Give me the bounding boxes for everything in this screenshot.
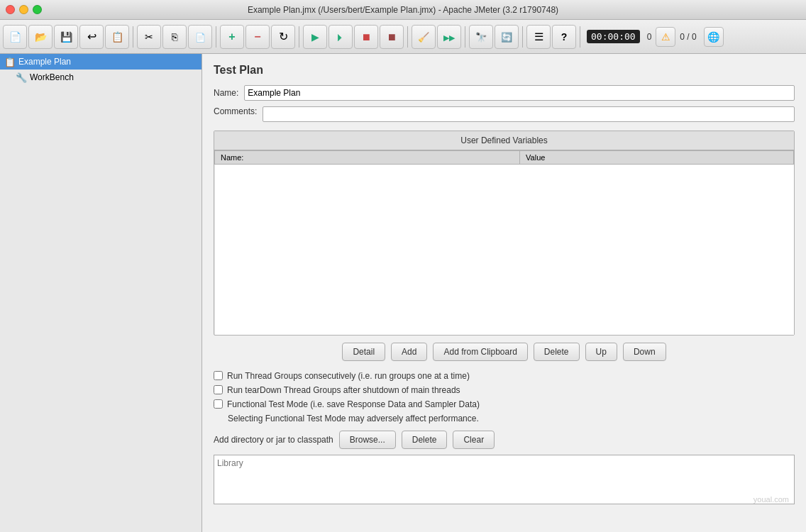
clear-button[interactable] [412, 25, 436, 49]
cut-button[interactable] [137, 25, 161, 49]
play-no-pause-button[interactable] [329, 25, 353, 49]
delete-classpath-button[interactable]: Delete [402, 431, 448, 449]
timer-display: 00:00:00 [587, 30, 640, 43]
help-button[interactable] [552, 25, 576, 49]
cut-icon [145, 31, 153, 43]
minimize-button[interactable] [19, 5, 28, 14]
collapse-button[interactable] [245, 25, 270, 49]
comments-label: Comments: [214, 106, 257, 116]
sep5 [465, 26, 465, 48]
templates-button[interactable] [105, 25, 129, 49]
error-counter: 0 [647, 32, 652, 42]
expand-icon [228, 31, 235, 43]
new-button[interactable] [3, 25, 27, 49]
copy-icon [172, 31, 177, 43]
sidebar-item-workbench[interactable]: 🔧 WorkBench [0, 70, 202, 85]
sep6 [522, 26, 523, 48]
open-icon [35, 31, 47, 43]
clear-classpath-button[interactable]: Clear [453, 431, 495, 449]
open-button[interactable] [28, 25, 53, 49]
tree-tools [220, 25, 295, 49]
search-tools [469, 25, 519, 49]
comments-input[interactable] [263, 106, 795, 122]
functional-test-label: Functional Test Mode (i.e. save Response… [227, 399, 480, 409]
sidebar-item-label: Example Plan [18, 57, 197, 67]
maximize-button[interactable] [33, 5, 42, 14]
stop-button[interactable] [354, 25, 378, 49]
warning-icon [661, 31, 670, 43]
run-thread-groups-checkbox[interactable] [214, 371, 223, 380]
name-input[interactable] [244, 85, 795, 101]
run-from-thread-icon [443, 31, 455, 43]
window-title: Example Plan.jmx (/Users/bert/Example Pl… [248, 5, 558, 15]
main-layout: 📋 Example Plan 🔧 WorkBench Test Plan Nam… [0, 54, 806, 532]
remote-button[interactable] [704, 27, 724, 47]
workbench-icon: 🔧 [16, 72, 27, 83]
play-button[interactable] [303, 25, 327, 49]
reset-button[interactable] [495, 25, 519, 49]
sep4 [407, 26, 408, 48]
ratio-counter: 0 / 0 [680, 32, 696, 42]
title-bar: Example Plan.jmx (/Users/bert/Example Pl… [0, 0, 806, 20]
down-button[interactable]: Down [623, 343, 666, 361]
list-button[interactable] [526, 25, 551, 49]
detail-button[interactable]: Detail [342, 343, 385, 361]
run-from-thread-button[interactable] [437, 25, 461, 49]
reset-icon [501, 31, 512, 43]
variables-empty-row [215, 165, 794, 335]
stop-now-button[interactable] [380, 25, 404, 49]
run-teardown-checkbox[interactable] [214, 385, 223, 394]
warning-button[interactable] [656, 27, 675, 47]
add-button[interactable]: Add [391, 343, 427, 361]
stop-now-icon [387, 31, 397, 43]
paste-icon [195, 31, 206, 43]
play-icon [311, 31, 319, 43]
help-tools [526, 25, 576, 49]
classpath-label: Add directory or jar to classpath [214, 435, 333, 445]
collapse-icon [254, 31, 260, 43]
sep1 [133, 26, 133, 48]
edit-tools [137, 25, 212, 49]
remote-tools [412, 25, 461, 49]
classpath-row: Add directory or jar to classpath Browse… [214, 431, 795, 449]
example-plan-icon: 📋 [4, 56, 16, 67]
rotate-button[interactable] [271, 25, 295, 49]
binoculars-icon [475, 31, 487, 43]
name-row: Name: [214, 85, 795, 101]
run-teardown-label: Run tearDown Thread Groups after shutdow… [227, 385, 460, 395]
save-icon [60, 31, 72, 43]
close-button[interactable] [6, 5, 15, 14]
template-icon [111, 31, 123, 43]
new-icon [9, 31, 21, 43]
revert-button[interactable] [79, 25, 104, 49]
clear-icon [418, 31, 429, 43]
copy-button[interactable] [162, 25, 187, 49]
delete-variable-button[interactable]: Delete [534, 343, 580, 361]
up-button[interactable]: Up [585, 343, 617, 361]
variables-table: Name: Value [214, 150, 794, 335]
paste-button[interactable] [188, 25, 212, 49]
library-container: youal.com [214, 455, 795, 506]
binoculars-button[interactable] [469, 25, 493, 49]
sep7 [580, 26, 580, 48]
sidebar-item-example-plan[interactable]: 📋 Example Plan [0, 54, 202, 70]
variables-button-row: Detail Add Add from Clipboard Delete Up … [214, 343, 795, 361]
functional-test-checkbox[interactable] [214, 399, 223, 409]
variables-section: User Defined Variables Name: Value [214, 131, 795, 336]
col-value: Value [520, 151, 794, 165]
save-button[interactable] [54, 25, 78, 49]
revert-icon [87, 30, 96, 43]
workbench-label: WorkBench [30, 72, 197, 82]
variables-title: User Defined Variables [214, 131, 794, 150]
browse-button[interactable]: Browse... [339, 431, 396, 449]
expand-button[interactable] [220, 25, 244, 49]
globe-icon [707, 31, 719, 43]
run-thread-groups-label: Run Thread Groups consecutively (i.e. ru… [227, 371, 470, 381]
library-textarea[interactable] [214, 455, 795, 504]
col-name: Name: [215, 151, 520, 165]
add-from-clipboard-button[interactable]: Add from Clipboard [433, 343, 527, 361]
toolbar: 00:00:00 0 0 / 0 [0, 20, 806, 54]
sep3 [299, 26, 299, 48]
checkbox-functional-test: Functional Test Mode (i.e. save Response… [214, 399, 795, 409]
checkbox-run-teardown: Run tearDown Thread Groups after shutdow… [214, 385, 795, 395]
